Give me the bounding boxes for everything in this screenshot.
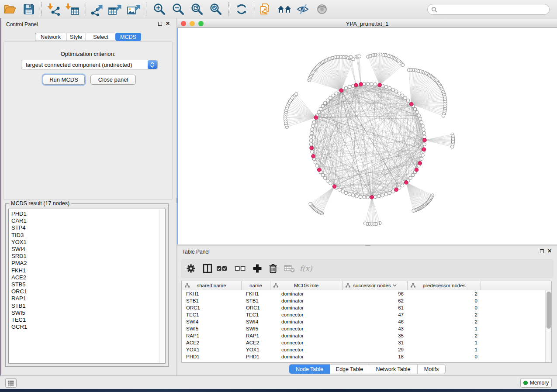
ring-node[interactable]: [348, 85, 351, 89]
deselect-all-button[interactable]: [233, 262, 247, 275]
result-node[interactable]: STB5: [11, 281, 165, 288]
ring-node[interactable]: [391, 88, 395, 92]
column-visibility-button[interactable]: [201, 262, 214, 275]
result-node[interactable]: TID3: [11, 232, 165, 239]
mcds-hub-node[interactable]: [370, 195, 374, 199]
select-all-button[interactable]: [215, 262, 229, 275]
close-panel-button[interactable]: Close panel: [90, 75, 136, 85]
ring-node[interactable]: [344, 191, 348, 195]
ring-node[interactable]: [377, 195, 381, 198]
mcds-hub-node[interactable]: [310, 146, 314, 150]
ring-node[interactable]: [332, 94, 335, 97]
mcds-hub-node[interactable]: [378, 83, 382, 87]
cell[interactable]: 0: [408, 304, 481, 311]
result-node[interactable]: RAP1: [11, 295, 165, 302]
zoom-out-button[interactable]: [171, 2, 186, 17]
refresh-button[interactable]: [234, 2, 249, 17]
cell[interactable]: STB1: [242, 297, 270, 304]
table-row[interactable]: TEC1TEC1connector472: [182, 311, 551, 318]
cell[interactable]: dominator: [270, 332, 343, 339]
cell[interactable]: 46: [343, 318, 408, 325]
export-network-button[interactable]: [89, 2, 104, 17]
cell[interactable]: ACE2: [242, 339, 270, 346]
ring-node[interactable]: [401, 94, 404, 97]
ring-node[interactable]: [401, 184, 404, 187]
table-row[interactable]: ORC1ORC1dominator610: [182, 304, 551, 311]
result-node[interactable]: SWI4: [11, 246, 165, 253]
cell[interactable]: YOX1: [242, 346, 270, 353]
cell[interactable]: 1: [408, 325, 481, 332]
cell[interactable]: STB1: [182, 297, 242, 304]
import-table-button[interactable]: [65, 2, 80, 17]
result-node[interactable]: GCR1: [11, 323, 165, 330]
ring-node[interactable]: [423, 143, 426, 146]
cell[interactable]: 31: [343, 339, 408, 346]
cell[interactable]: connector: [270, 325, 343, 332]
cell[interactable]: 62: [343, 297, 408, 304]
column-header-predecessor-nodes[interactable]: predecessor nodes: [408, 281, 481, 290]
ring-node[interactable]: [394, 90, 398, 93]
cell[interactable]: dominator: [270, 353, 343, 360]
ring-node[interactable]: [384, 85, 388, 89]
mcds-hub-node[interactable]: [418, 162, 422, 165]
delete-column-button[interactable]: [266, 262, 280, 275]
run-mcds-button[interactable]: Run MCDS: [43, 75, 85, 85]
ring-node[interactable]: [374, 195, 377, 199]
ring-node[interactable]: [420, 157, 423, 161]
result-node[interactable]: STB1: [11, 303, 165, 309]
float-panel-icon[interactable]: [158, 22, 162, 26]
ring-node[interactable]: [411, 173, 415, 177]
cell[interactable]: YOX1: [182, 346, 242, 353]
mcds-hub-node[interactable]: [422, 148, 426, 151]
search-field[interactable]: [427, 4, 550, 15]
column-header-name[interactable]: name: [242, 281, 270, 290]
cell[interactable]: dominator: [270, 297, 343, 304]
result-node[interactable]: PHD1: [11, 210, 165, 217]
tab-style[interactable]: Style: [66, 33, 86, 41]
cell[interactable]: ORC1: [182, 304, 242, 311]
cell[interactable]: RAP1: [242, 332, 270, 339]
ring-node[interactable]: [359, 195, 362, 199]
leaf-node[interactable]: [450, 145, 454, 148]
tab-network[interactable]: Network: [35, 33, 66, 41]
close-panel-icon[interactable]: ✕: [166, 21, 170, 26]
cell[interactable]: dominator: [270, 290, 343, 297]
ring-node[interactable]: [344, 86, 348, 90]
result-node[interactable]: CAR1: [11, 217, 165, 224]
ring-node[interactable]: [374, 83, 377, 86]
result-scrollbar[interactable]: [159, 210, 165, 363]
result-node[interactable]: TEC1: [11, 316, 165, 323]
cell[interactable]: 2: [408, 318, 481, 325]
ring-node[interactable]: [335, 92, 338, 95]
open-folder-button[interactable]: [2, 2, 17, 17]
table-tab-edge-table[interactable]: Edge Table: [330, 364, 369, 374]
ring-node[interactable]: [326, 99, 329, 102]
optimization-criterion-select[interactable]: largest connected component (undirected): [21, 60, 158, 69]
ring-node[interactable]: [329, 96, 332, 100]
mcds-hub-node[interactable]: [405, 181, 408, 185]
result-node[interactable]: STP4: [11, 224, 165, 231]
ring-node[interactable]: [315, 164, 319, 168]
result-node[interactable]: YOX1: [11, 239, 165, 246]
ring-node[interactable]: [391, 190, 395, 193]
ring-node[interactable]: [417, 114, 421, 117]
cell[interactable]: 2: [408, 290, 481, 297]
export-table-button[interactable]: [107, 2, 122, 17]
table-tab-network-table[interactable]: Network Table: [369, 364, 418, 374]
ring-node[interactable]: [348, 193, 351, 196]
network-window-titlebar[interactable]: YPA_prune.txt_1: [177, 19, 557, 28]
task-history-button[interactable]: [5, 378, 17, 388]
ring-node[interactable]: [366, 82, 370, 86]
table-tab-motifs[interactable]: Motifs: [418, 364, 445, 374]
cell[interactable]: TEC1: [182, 311, 242, 318]
ring-node[interactable]: [319, 107, 322, 111]
ring-node[interactable]: [363, 196, 366, 199]
zoom-selected-button[interactable]: [208, 2, 223, 17]
mcds-hub-node[interactable]: [409, 102, 413, 106]
ring-node[interactable]: [422, 128, 426, 131]
mcds-hub-node[interactable]: [423, 138, 427, 142]
cell[interactable]: ACE2: [182, 339, 242, 346]
ring-node[interactable]: [311, 124, 315, 128]
ring-node[interactable]: [311, 128, 314, 131]
result-node[interactable]: FKH1: [11, 267, 165, 274]
